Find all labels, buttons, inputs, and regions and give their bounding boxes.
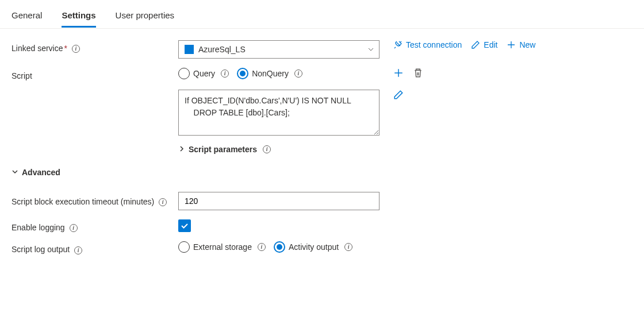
info-icon — [344, 243, 352, 251]
timeout-input[interactable] — [178, 192, 379, 210]
enable-logging-checkbox[interactable] — [178, 219, 191, 232]
tab-user-properties[interactable]: User properties — [116, 10, 175, 27]
info-icon — [74, 246, 82, 254]
test-connection-button[interactable]: Test connection — [393, 40, 462, 49]
tab-settings[interactable]: Settings — [62, 10, 95, 27]
sql-service-icon — [185, 45, 194, 54]
edit-button[interactable]: Edit — [471, 40, 497, 49]
plug-icon — [393, 40, 402, 49]
add-script-button[interactable] — [393, 68, 404, 78]
chevron-down-icon — [12, 168, 18, 177]
script-parameters-expander[interactable]: Script parameters — [178, 142, 271, 156]
linked-service-label: Linked service* — [12, 40, 178, 53]
advanced-expander[interactable]: Advanced — [12, 165, 60, 179]
delete-script-button[interactable] — [413, 68, 423, 78]
info-icon — [159, 198, 167, 206]
timeout-label: Script block execution timeout (minutes) — [12, 192, 178, 208]
enable-logging-label: Enable logging — [12, 219, 178, 232]
plus-icon — [393, 68, 404, 78]
script-type-query-radio[interactable]: Query — [178, 68, 229, 79]
info-icon — [221, 70, 229, 78]
tab-bar: General Settings User properties — [0, 0, 644, 29]
edit-script-button[interactable] — [393, 90, 404, 100]
log-output-label: Script log output — [12, 241, 178, 254]
chevron-right-icon — [178, 145, 185, 154]
pencil-icon — [393, 90, 404, 100]
pencil-icon — [471, 40, 480, 49]
plus-icon — [507, 40, 516, 49]
log-output-activity-radio[interactable]: Activity output — [274, 241, 352, 253]
check-icon — [180, 221, 189, 230]
script-label: Script — [12, 68, 178, 80]
info-icon — [72, 45, 80, 53]
linked-service-dropdown[interactable]: AzureSql_LS — [178, 40, 379, 59]
linked-service-value: AzureSql_LS — [198, 45, 363, 54]
chevron-down-icon — [367, 46, 374, 53]
info-icon — [263, 145, 271, 153]
script-body-input[interactable]: If OBJECT_ID(N'dbo.Cars',N'U') IS NOT NU… — [178, 90, 379, 136]
info-icon — [258, 243, 266, 251]
info-icon — [70, 224, 78, 232]
trash-icon — [413, 68, 423, 78]
tab-general[interactable]: General — [12, 10, 42, 27]
new-button[interactable]: New — [507, 40, 535, 49]
info-icon — [294, 70, 302, 78]
script-type-nonquery-radio[interactable]: NonQuery — [237, 68, 302, 79]
log-output-external-radio[interactable]: External storage — [178, 241, 266, 253]
